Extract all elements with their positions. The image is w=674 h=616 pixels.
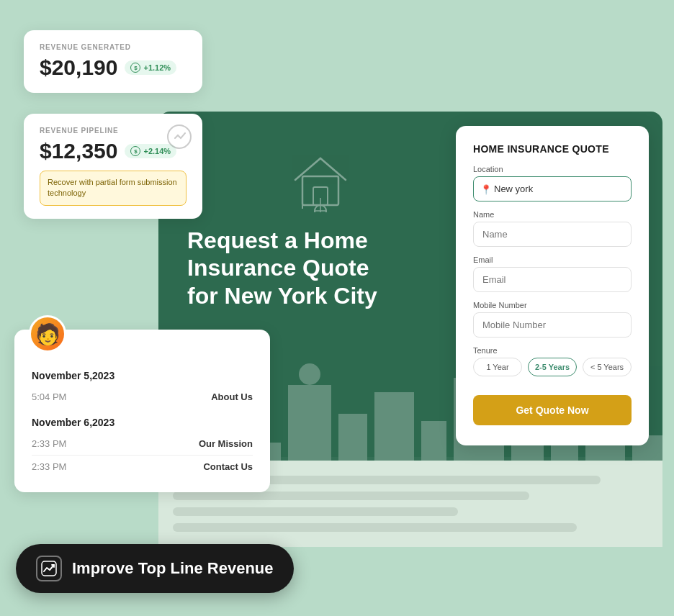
- revenue-generated-label: REVENUE GENERATED: [40, 43, 187, 51]
- email-input[interactable]: [473, 267, 632, 292]
- mobile-input[interactable]: [473, 312, 632, 338]
- tenure-label: Tenure: [473, 346, 632, 355]
- bottom-cta-bar[interactable]: Improve Top Line Revenue: [16, 544, 294, 593]
- revenue-pipeline-label: REVENUE PIPELINE: [40, 127, 187, 135]
- revenue-generated-amount: $20,190 $ +1.12%: [40, 55, 187, 80]
- activity-row-2b: 2:33 PM Contact Us: [32, 456, 253, 478]
- revenue-generated-badge: $ +1.12%: [125, 60, 176, 75]
- activity-card: 🧑 November 5,2023 5:04 PM About Us Novem…: [14, 330, 270, 492]
- location-pin-icon: 📍: [480, 184, 492, 194]
- email-group: Email: [473, 255, 632, 292]
- tenure-options: 1 Year 2-5 Years < 5 Years: [473, 358, 632, 376]
- mobile-group: Mobile Number: [473, 301, 632, 338]
- avatar: 🧑: [29, 315, 66, 353]
- activity-page-2b: Contact Us: [203, 461, 253, 472]
- form-title: HOME INSURANCE QUOTE: [473, 143, 632, 155]
- tenure-lt5years-button[interactable]: < 5 Years: [583, 358, 632, 376]
- location-input[interactable]: [473, 176, 632, 201]
- revenue-generated-card: REVENUE GENERATED $20,190 $ +1.12%: [24, 30, 202, 93]
- banner-heading: Request a Home Insurance Quote for New Y…: [187, 227, 382, 309]
- activity-time-1: 5:04 PM: [32, 391, 66, 402]
- name-input[interactable]: [473, 222, 632, 247]
- activity-page-2a: Our Mission: [199, 438, 253, 449]
- gray-line-2: [173, 492, 529, 500]
- activity-date-1: November 5,2023: [32, 370, 253, 381]
- avatar-person-icon: 🧑: [35, 322, 60, 346]
- quote-form: HOME INSURANCE QUOTE Location 📍 Name Ema…: [456, 126, 649, 445]
- activity-section-1: November 5,2023 5:04 PM About Us: [32, 370, 253, 408]
- svg-rect-5: [299, 363, 320, 385]
- get-quote-button[interactable]: Get Quote Now: [473, 395, 632, 425]
- location-input-wrap: 📍: [473, 176, 632, 201]
- dollar-circle-icon-2: $: [130, 146, 140, 156]
- revenue-chart-icon: [36, 556, 62, 581]
- location-group: Location 📍: [473, 165, 632, 201]
- gray-line-3: [173, 507, 458, 516]
- activity-row-2a: 2:33 PM Our Mission: [32, 432, 253, 456]
- gray-line-4: [173, 523, 577, 532]
- activity-section-2: November 6,2023 2:33 PM Our Mission 2:33…: [32, 417, 253, 478]
- mobile-label: Mobile Number: [473, 301, 632, 309]
- decorative-icon: [166, 124, 192, 153]
- revenue-pipeline-amount: $12,350 $ +2.14%: [40, 139, 187, 163]
- tenure-2-5years-button[interactable]: 2-5 Years: [528, 358, 577, 376]
- location-label: Location: [473, 165, 632, 173]
- tenure-1year-button[interactable]: 1 Year: [473, 358, 522, 376]
- cta-text: Improve Top Line Revenue: [72, 559, 274, 578]
- activity-date-2: November 6,2023: [32, 417, 253, 428]
- name-group: Name: [473, 210, 632, 247]
- activity-time-2b: 2:33 PM: [32, 461, 66, 472]
- dollar-circle-icon: $: [130, 63, 140, 73]
- tenure-group: Tenure 1 Year 2-5 Years < 5 Years: [473, 346, 632, 376]
- revenue-pipeline-card: REVENUE PIPELINE $12,350 $ +2.14% Recove…: [24, 114, 202, 219]
- activity-time-2a: 2:33 PM: [32, 438, 66, 449]
- email-label: Email: [473, 255, 632, 264]
- activity-row-1: 5:04 PM About Us: [32, 386, 253, 408]
- activity-page-1: About Us: [211, 391, 253, 402]
- house-icon: [288, 148, 353, 215]
- recover-badge: Recover with partial form submission tec…: [40, 171, 187, 206]
- name-label: Name: [473, 210, 632, 219]
